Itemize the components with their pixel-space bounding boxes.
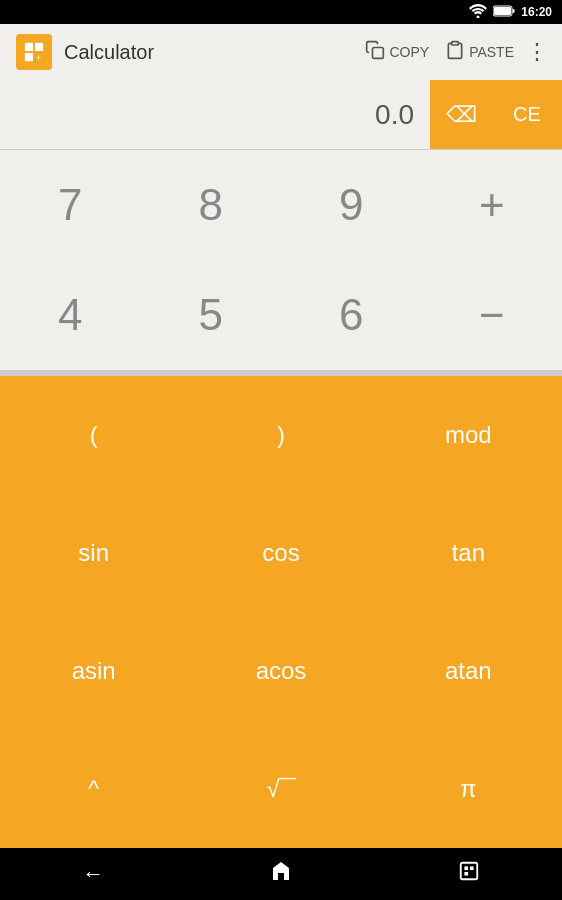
- more-options-button[interactable]: ⋮: [526, 39, 546, 65]
- app-container: + − Calculator COPY PASTE ⋮: [0, 24, 562, 848]
- sci-button-asin[interactable]: asin: [0, 612, 187, 730]
- back-button[interactable]: ←: [58, 853, 128, 895]
- numpad-button-4[interactable]: 4: [0, 260, 141, 370]
- svg-rect-11: [460, 863, 477, 880]
- app-title: Calculator: [64, 41, 349, 64]
- toolbar: + − Calculator COPY PASTE ⋮: [0, 24, 562, 80]
- svg-text:−: −: [35, 49, 40, 58]
- svg-rect-4: [25, 43, 33, 51]
- svg-rect-13: [470, 866, 474, 870]
- status-time: 16:20: [521, 5, 552, 19]
- numpad-button-7[interactable]: 7: [0, 150, 141, 260]
- svg-rect-6: [25, 53, 33, 61]
- sci-button-mod[interactable]: mod: [375, 376, 562, 494]
- paste-icon: [445, 40, 465, 65]
- svg-rect-3: [513, 9, 515, 13]
- sci-button-9[interactable]: ^: [0, 730, 187, 848]
- svg-point-0: [477, 16, 480, 19]
- nav-bar: ←: [0, 848, 562, 900]
- numpad-button-5[interactable]: 5: [141, 260, 282, 370]
- svg-rect-9: [373, 47, 384, 58]
- sci-button-10[interactable]: √‾‾: [187, 730, 374, 848]
- display-value: 0.0: [0, 80, 430, 149]
- recents-button[interactable]: [434, 852, 504, 896]
- app-icon: + −: [16, 34, 52, 70]
- svg-rect-2: [494, 7, 511, 15]
- copy-label: COPY: [389, 44, 429, 60]
- display-buttons: ⌫ CE: [430, 80, 562, 149]
- copy-icon: [365, 40, 385, 65]
- backspace-button[interactable]: ⌫: [430, 80, 492, 149]
- display-area: 0.0 ⌫ CE: [0, 80, 562, 150]
- sci-button-tan[interactable]: tan: [375, 494, 562, 612]
- numpad-button-[interactable]: −: [422, 260, 563, 370]
- svg-rect-10: [452, 41, 459, 44]
- svg-rect-14: [464, 872, 468, 876]
- sci-button-acos[interactable]: acos: [187, 612, 374, 730]
- sci-button-0[interactable]: (: [0, 376, 187, 494]
- ce-button[interactable]: CE: [492, 80, 562, 149]
- home-button[interactable]: [245, 851, 317, 897]
- status-bar: 16:20: [0, 0, 562, 24]
- wifi-icon: [469, 4, 487, 20]
- sci-button-1[interactable]: ): [187, 376, 374, 494]
- paste-label: PASTE: [469, 44, 514, 60]
- copy-button[interactable]: COPY: [365, 40, 429, 65]
- numpad-button-9[interactable]: 9: [281, 150, 422, 260]
- paste-button[interactable]: PASTE: [445, 40, 514, 65]
- numpad-button-6[interactable]: 6: [281, 260, 422, 370]
- numpad: 789+456−: [0, 150, 562, 370]
- sci-button-cos[interactable]: cos: [187, 494, 374, 612]
- sci-button-11[interactable]: π: [375, 730, 562, 848]
- sci-button-sin[interactable]: sin: [0, 494, 187, 612]
- sci-button-atan[interactable]: atan: [375, 612, 562, 730]
- numpad-button-8[interactable]: 8: [141, 150, 282, 260]
- numpad-button-[interactable]: +: [422, 150, 563, 260]
- scientific-pad: ()modsincostanasinacosatan^√‾‾π: [0, 376, 562, 848]
- battery-icon: [493, 5, 515, 19]
- svg-rect-12: [464, 866, 468, 870]
